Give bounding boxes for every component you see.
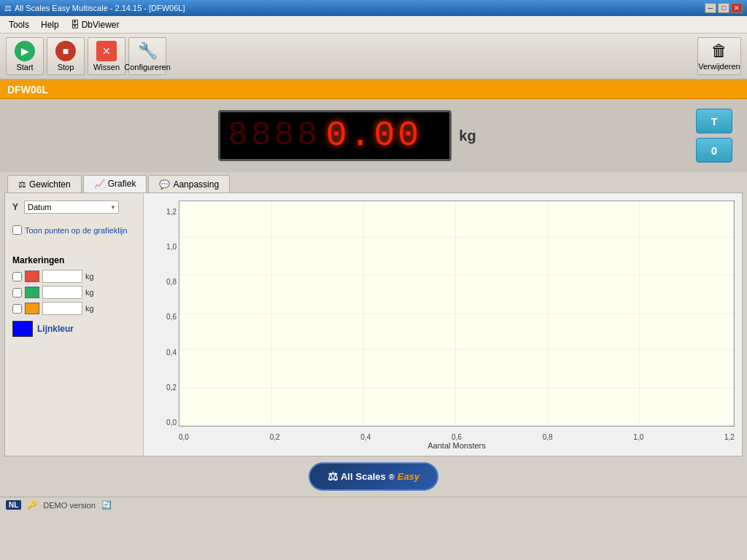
datum-dropdown[interactable]: Datum [24,201,119,214]
menu-help[interactable]: Help [35,18,65,31]
chart-plot-area [179,201,735,427]
marker-1-unit: kg [85,272,94,281]
y-label-1-2: 1,2 [166,208,177,216]
lijnkleur-color-box[interactable] [12,321,33,337]
markeringen-title: Markeringen [12,255,136,265]
maximize-button[interactable]: □ [718,3,729,13]
x-label-0-2: 0,2 [270,433,280,441]
datum-dropdown-wrapper[interactable]: Datum [24,201,119,214]
logo-reg: ® [389,472,395,481]
scale-name: DFW06L [7,84,48,96]
start-button[interactable]: ▶ Start [6,37,44,75]
grafiek-tab-icon: 📈 [94,179,105,189]
titlebar-buttons: ─ □ ✕ [705,3,743,13]
marker-2-color[interactable] [25,287,39,298]
allscales-logo: ⚖ AllScales® Easy [309,462,438,491]
gewichten-tab-icon: ⚖ [18,179,26,190]
demo-text: DEMO version [43,501,96,510]
tabs: ⚖ Gewichten 📈 Grafiek 💬 Aanpassing [0,172,747,192]
digit-4: 8 [297,119,319,152]
y-label-0-0: 0,0 [166,419,177,427]
statusbar: NL 🔑 DEMO version 🔄 [0,497,747,513]
show-points-checkbox[interactable] [12,225,22,235]
x-label-1-0: 1,0 [633,433,643,441]
scale-display: 8 8 8 8 0.00 kg T 0 [0,99,747,172]
menubar: Tools Help 🗄 DbViewer [0,16,747,34]
logo-scales: Scales [356,471,386,482]
marker-row-1: kg [12,270,136,283]
scale-header: DFW06L [0,80,747,99]
tab-aanpassing[interactable]: 💬 Aanpassing [148,175,230,192]
value-display: 0.00 [326,118,422,153]
dim-digits: 8 8 8 8 [228,119,318,152]
logo-easy: Easy [398,471,419,482]
marker-1-color[interactable] [25,271,39,282]
digit-2: 8 [251,119,273,152]
scale-buttons: T 0 [696,109,732,163]
chart-area: 1,2 1,0 0,8 0,6 0,4 0,2 0,0 [144,193,742,456]
close-button[interactable]: ✕ [731,3,743,13]
x-label-1-2: 1,2 [724,433,735,441]
minimize-button[interactable]: ─ [705,3,716,13]
y-label-0-2: 0,2 [166,384,177,392]
demo-badge: DEMO version [43,501,96,510]
led-display: 8 8 8 8 0.00 [218,110,452,161]
marker-3-input[interactable] [42,302,82,315]
marker-2-unit: kg [85,288,94,297]
digit-3: 8 [274,119,296,152]
window-title: All Scales Easy Multiscale - 2.14.15 - [… [15,4,185,12]
tare-button[interactable]: T [696,109,732,133]
menu-dbviewer[interactable]: 🗄 DbViewer [65,18,125,31]
tab-grafiek[interactable]: 📈 Grafiek [83,175,147,192]
toolbar: ▶ Start ■ Stop ✕ Wissen 🔧 Configureren 🗑… [0,34,747,80]
lijnkleur-row: Lijnkleur [12,321,136,337]
tab-content: Y Datum Toon punten op de grafieklijn Ma… [4,192,743,456]
marker-2-input[interactable] [42,286,82,299]
verwijderen-icon: 🗑 [711,42,727,61]
marker-1-input[interactable] [42,270,82,283]
logo-all: All [341,471,353,482]
chart-outer: 1,2 1,0 0,8 0,6 0,4 0,2 0,0 [151,201,735,448]
active-digits: 0.00 [326,118,422,153]
wissen-button[interactable]: ✕ Wissen [88,37,125,75]
main-content: ⚖ Gewichten 📈 Grafiek 💬 Aanpassing Y Dat… [0,172,747,456]
titlebar: ⚖ All Scales Easy Multiscale - 2.14.15 -… [0,0,747,16]
y-axis-label: Y [12,202,18,212]
titlebar-left: ⚖ All Scales Easy Multiscale - 2.14.15 -… [4,4,185,13]
marker-3-color[interactable] [25,303,39,314]
marker-3-checkbox[interactable] [12,304,22,314]
x-axis-title: Aantal Monsters [179,441,735,450]
verwijderen-button[interactable]: 🗑 Verwijderen [697,37,741,75]
y-label-0-6: 0,6 [166,313,177,321]
zero-button[interactable]: 0 [696,138,732,163]
update-icon[interactable]: 🔄 [101,500,112,510]
marker-2-checkbox[interactable] [12,288,22,298]
y-axis-labels: 1,2 1,0 0,8 0,6 0,4 0,2 0,0 [151,208,179,427]
lijnkleur-label[interactable]: Lijnkleur [37,324,74,334]
x-label-0-8: 0,8 [543,433,553,441]
language-flag: NL [6,500,21,510]
db-icon: 🗄 [71,20,80,30]
tab-gewichten[interactable]: ⚖ Gewichten [7,175,82,192]
logo-icon: ⚖ [328,470,338,483]
chart-svg [179,201,734,426]
marker-1-checkbox[interactable] [12,272,22,281]
x-label-0-4: 0,4 [360,433,371,441]
start-icon: ▶ [15,41,35,61]
y-label-0-8: 0,8 [166,278,177,286]
key-icon: 🔑 [27,500,37,510]
stop-icon: ■ [55,41,76,61]
x-axis-labels: 0,0 0,2 0,4 0,6 0,8 1,0 1,2 [179,433,735,441]
digit-1: 8 [228,119,249,152]
show-points-label: Toon punten op de grafieklijn [25,226,128,235]
stop-button[interactable]: ■ Stop [47,37,85,75]
configureren-icon: 🔧 [137,41,158,61]
left-panel: Y Datum Toon punten op de grafieklijn Ma… [5,193,144,456]
aanpassing-tab-icon: 💬 [159,179,170,190]
show-points-row: Toon punten op de grafieklijn [12,225,136,235]
menu-tools[interactable]: Tools [3,18,35,31]
marker-3-unit: kg [85,304,94,313]
marker-row-3: kg [12,302,136,315]
y-label-0-4: 0,4 [166,349,177,357]
configureren-button[interactable]: 🔧 Configureren [128,37,166,75]
